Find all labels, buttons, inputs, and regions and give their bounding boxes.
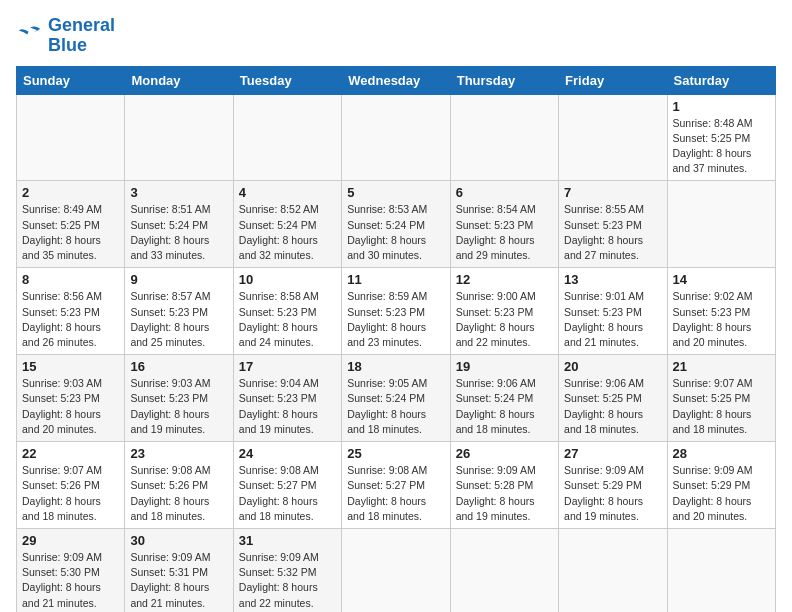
day-number: 9 [130,272,227,287]
day-cell [450,94,558,181]
day-cell [450,528,558,612]
day-number: 19 [456,359,553,374]
day-cell: 16Sunrise: 9:03 AMSunset: 5:23 PMDayligh… [125,355,233,442]
day-cell [233,94,341,181]
day-cell: 28Sunrise: 9:09 AMSunset: 5:29 PMDayligh… [667,442,775,529]
week-row-3: 8Sunrise: 8:56 AMSunset: 5:23 PMDaylight… [17,268,776,355]
day-info: Sunrise: 8:52 AMSunset: 5:24 PMDaylight:… [239,202,336,263]
week-row-5: 22Sunrise: 9:07 AMSunset: 5:26 PMDayligh… [17,442,776,529]
day-number: 21 [673,359,770,374]
day-info: Sunrise: 9:08 AMSunset: 5:27 PMDaylight:… [239,463,336,524]
day-info: Sunrise: 9:09 AMSunset: 5:32 PMDaylight:… [239,550,336,611]
day-cell: 22Sunrise: 9:07 AMSunset: 5:26 PMDayligh… [17,442,125,529]
header-sunday: Sunday [17,66,125,94]
day-cell: 18Sunrise: 9:05 AMSunset: 5:24 PMDayligh… [342,355,450,442]
day-info: Sunrise: 8:54 AMSunset: 5:23 PMDaylight:… [456,202,553,263]
day-cell: 11Sunrise: 8:59 AMSunset: 5:23 PMDayligh… [342,268,450,355]
day-number: 15 [22,359,119,374]
day-info: Sunrise: 9:03 AMSunset: 5:23 PMDaylight:… [22,376,119,437]
day-cell [125,94,233,181]
day-number: 20 [564,359,661,374]
day-info: Sunrise: 9:06 AMSunset: 5:24 PMDaylight:… [456,376,553,437]
day-number: 29 [22,533,119,548]
header-saturday: Saturday [667,66,775,94]
day-info: Sunrise: 9:06 AMSunset: 5:25 PMDaylight:… [564,376,661,437]
day-cell: 1Sunrise: 8:48 AMSunset: 5:25 PMDaylight… [667,94,775,181]
day-number: 16 [130,359,227,374]
day-info: Sunrise: 8:53 AMSunset: 5:24 PMDaylight:… [347,202,444,263]
day-info: Sunrise: 9:09 AMSunset: 5:29 PMDaylight:… [564,463,661,524]
day-cell [559,94,667,181]
day-number: 5 [347,185,444,200]
day-info: Sunrise: 9:09 AMSunset: 5:28 PMDaylight:… [456,463,553,524]
day-cell: 21Sunrise: 9:07 AMSunset: 5:25 PMDayligh… [667,355,775,442]
day-number: 13 [564,272,661,287]
day-cell [667,528,775,612]
week-row-6: 29Sunrise: 9:09 AMSunset: 5:30 PMDayligh… [17,528,776,612]
logo-text: General [48,16,115,36]
day-info: Sunrise: 9:09 AMSunset: 5:30 PMDaylight:… [22,550,119,611]
header-monday: Monday [125,66,233,94]
day-cell: 29Sunrise: 9:09 AMSunset: 5:30 PMDayligh… [17,528,125,612]
day-info: Sunrise: 9:01 AMSunset: 5:23 PMDaylight:… [564,289,661,350]
day-info: Sunrise: 9:08 AMSunset: 5:27 PMDaylight:… [347,463,444,524]
day-number: 8 [22,272,119,287]
day-number: 10 [239,272,336,287]
day-number: 24 [239,446,336,461]
day-cell: 19Sunrise: 9:06 AMSunset: 5:24 PMDayligh… [450,355,558,442]
day-number: 12 [456,272,553,287]
day-cell: 15Sunrise: 9:03 AMSunset: 5:23 PMDayligh… [17,355,125,442]
day-cell: 4Sunrise: 8:52 AMSunset: 5:24 PMDaylight… [233,181,341,268]
header-friday: Friday [559,66,667,94]
day-cell [667,181,775,268]
day-info: Sunrise: 9:00 AMSunset: 5:23 PMDaylight:… [456,289,553,350]
header-thursday: Thursday [450,66,558,94]
day-number: 30 [130,533,227,548]
day-info: Sunrise: 8:56 AMSunset: 5:23 PMDaylight:… [22,289,119,350]
day-number: 28 [673,446,770,461]
day-cell: 9Sunrise: 8:57 AMSunset: 5:23 PMDaylight… [125,268,233,355]
day-number: 31 [239,533,336,548]
day-info: Sunrise: 8:49 AMSunset: 5:25 PMDaylight:… [22,202,119,263]
day-info: Sunrise: 9:05 AMSunset: 5:24 PMDaylight:… [347,376,444,437]
day-number: 23 [130,446,227,461]
day-info: Sunrise: 8:58 AMSunset: 5:23 PMDaylight:… [239,289,336,350]
day-cell: 27Sunrise: 9:09 AMSunset: 5:29 PMDayligh… [559,442,667,529]
day-number: 11 [347,272,444,287]
header-row: SundayMondayTuesdayWednesdayThursdayFrid… [17,66,776,94]
day-cell [342,528,450,612]
day-cell: 13Sunrise: 9:01 AMSunset: 5:23 PMDayligh… [559,268,667,355]
day-cell: 3Sunrise: 8:51 AMSunset: 5:24 PMDaylight… [125,181,233,268]
calendar-table: SundayMondayTuesdayWednesdayThursdayFrid… [16,66,776,612]
page-header: General Blue [16,16,776,56]
day-info: Sunrise: 9:07 AMSunset: 5:25 PMDaylight:… [673,376,770,437]
day-info: Sunrise: 8:59 AMSunset: 5:23 PMDaylight:… [347,289,444,350]
day-cell: 23Sunrise: 9:08 AMSunset: 5:26 PMDayligh… [125,442,233,529]
day-cell: 24Sunrise: 9:08 AMSunset: 5:27 PMDayligh… [233,442,341,529]
logo: General Blue [16,16,115,56]
day-cell: 31Sunrise: 9:09 AMSunset: 5:32 PMDayligh… [233,528,341,612]
day-cell: 6Sunrise: 8:54 AMSunset: 5:23 PMDaylight… [450,181,558,268]
day-cell: 25Sunrise: 9:08 AMSunset: 5:27 PMDayligh… [342,442,450,529]
day-info: Sunrise: 9:02 AMSunset: 5:23 PMDaylight:… [673,289,770,350]
day-cell: 10Sunrise: 8:58 AMSunset: 5:23 PMDayligh… [233,268,341,355]
day-number: 27 [564,446,661,461]
day-number: 18 [347,359,444,374]
day-info: Sunrise: 9:03 AMSunset: 5:23 PMDaylight:… [130,376,227,437]
day-info: Sunrise: 9:09 AMSunset: 5:29 PMDaylight:… [673,463,770,524]
day-info: Sunrise: 8:55 AMSunset: 5:23 PMDaylight:… [564,202,661,263]
week-row-2: 2Sunrise: 8:49 AMSunset: 5:25 PMDaylight… [17,181,776,268]
day-number: 14 [673,272,770,287]
day-number: 2 [22,185,119,200]
week-row-1: 1Sunrise: 8:48 AMSunset: 5:25 PMDaylight… [17,94,776,181]
day-cell [17,94,125,181]
day-info: Sunrise: 8:57 AMSunset: 5:23 PMDaylight:… [130,289,227,350]
day-info: Sunrise: 9:07 AMSunset: 5:26 PMDaylight:… [22,463,119,524]
day-number: 26 [456,446,553,461]
week-row-4: 15Sunrise: 9:03 AMSunset: 5:23 PMDayligh… [17,355,776,442]
day-info: Sunrise: 9:08 AMSunset: 5:26 PMDaylight:… [130,463,227,524]
day-number: 1 [673,99,770,114]
day-number: 22 [22,446,119,461]
header-wednesday: Wednesday [342,66,450,94]
day-cell: 26Sunrise: 9:09 AMSunset: 5:28 PMDayligh… [450,442,558,529]
